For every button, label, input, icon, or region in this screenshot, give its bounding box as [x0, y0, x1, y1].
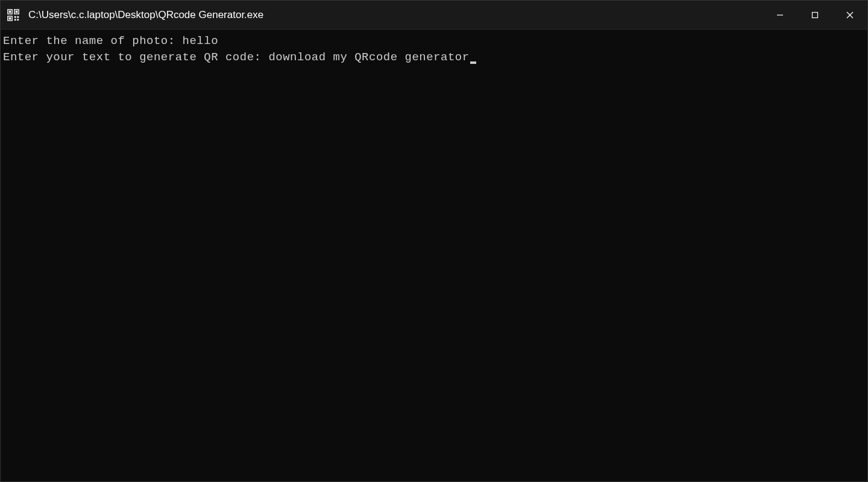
titlebar-left: C:\Users\c.c.laptop\Desktop\QRcode Gener…: [7, 8, 263, 22]
prompt-text: Enter your text to generate QR code:: [3, 51, 268, 64]
svg-rect-9: [17, 19, 19, 20]
svg-rect-6: [14, 16, 16, 17]
svg-rect-11: [813, 12, 818, 17]
close-icon: [846, 11, 854, 19]
maximize-button[interactable]: [797, 1, 832, 29]
close-button[interactable]: [832, 1, 867, 29]
prompt-text: Enter the name of photo:: [3, 34, 183, 48]
titlebar[interactable]: C:\Users\c.c.laptop\Desktop\QRcode Gener…: [1, 1, 867, 30]
svg-rect-1: [9, 10, 11, 13]
terminal-line: Enter your text to generate QR code: dow…: [3, 49, 865, 66]
maximize-icon: [811, 11, 819, 19]
window-controls: [763, 1, 867, 29]
minimize-icon: [776, 11, 784, 19]
svg-rect-3: [16, 10, 18, 13]
window-title: C:\Users\c.c.laptop\Desktop\QRcode Gener…: [28, 9, 263, 21]
user-input-text: hello: [183, 34, 219, 48]
app-icon: [7, 8, 20, 22]
svg-rect-7: [17, 16, 19, 17]
terminal-output[interactable]: Enter the name of photo: helloEnter your…: [1, 30, 867, 69]
svg-rect-5: [9, 17, 11, 19]
minimize-button[interactable]: [763, 1, 797, 29]
text-cursor: [470, 61, 476, 64]
svg-rect-8: [14, 19, 16, 20]
terminal-line: Enter the name of photo: hello: [3, 33, 865, 49]
user-input-text: download my QRcode generator: [268, 51, 469, 64]
